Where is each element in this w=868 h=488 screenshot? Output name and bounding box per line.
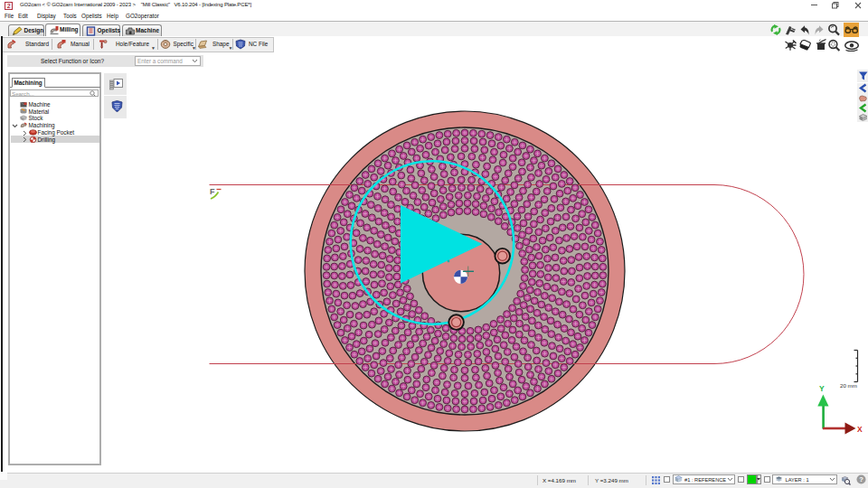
svg-text:2: 2 [7, 3, 11, 9]
svg-text:20 mm: 20 mm [840, 382, 857, 389]
svg-text:F: F [210, 187, 215, 196]
svg-text:?: ? [859, 475, 863, 483]
svg-text:Y: Y [819, 384, 825, 393]
svg-text:X: X [857, 425, 863, 434]
